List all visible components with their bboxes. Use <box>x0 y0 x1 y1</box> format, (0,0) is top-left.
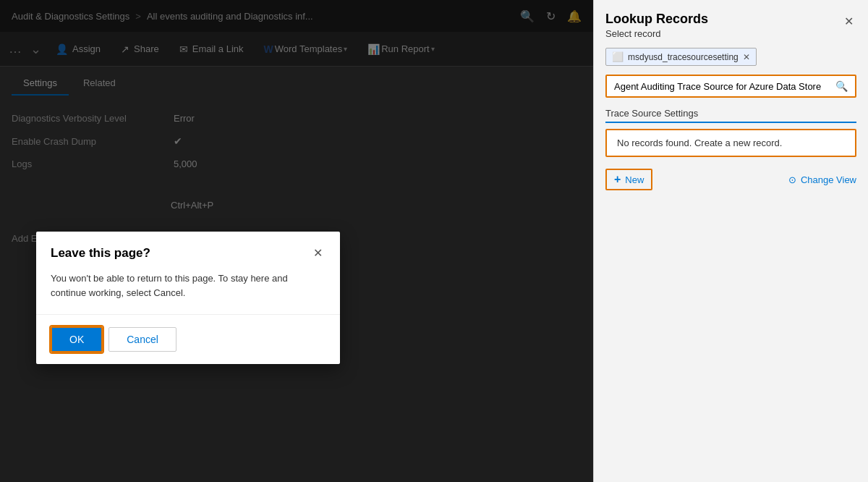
dialog-cancel-button[interactable]: Cancel <box>109 327 176 352</box>
plus-icon: + <box>614 173 621 186</box>
lookup-panel: Lookup Records Select record ✕ ⬜ msdyusd… <box>593 0 868 482</box>
tag-label: msdyusd_tracesourcesetting <box>628 52 739 62</box>
dialog-ok-button[interactable]: OK <box>51 326 103 352</box>
dialog-close-button[interactable]: ✕ <box>310 243 326 263</box>
lookup-search-wrap: 🔍 <box>594 72 868 103</box>
lookup-search-input[interactable] <box>614 81 830 92</box>
lookup-close-button[interactable]: ✕ <box>841 12 856 31</box>
lookup-tag: ⬜ msdyusd_tracesourcesetting ✕ <box>605 48 757 66</box>
lookup-title: Lookup Records <box>605 12 708 27</box>
lookup-search-box: 🔍 <box>605 75 856 98</box>
lookup-actions-row: + New ⊙ Change View <box>594 163 868 196</box>
tag-entity-icon: ⬜ <box>612 51 624 62</box>
lookup-section-label: Trace Source Settings <box>594 103 868 122</box>
lookup-title-block: Lookup Records Select record <box>605 12 708 39</box>
lookup-new-button[interactable]: + New <box>605 169 652 190</box>
lookup-subtitle: Select record <box>605 28 708 39</box>
lookup-section-divider <box>605 122 856 123</box>
lookup-tag-row: ⬜ msdyusd_tracesourcesetting ✕ <box>594 42 868 72</box>
dialog-footer: OK Cancel <box>36 314 340 364</box>
lookup-header: Lookup Records Select record ✕ <box>594 0 868 42</box>
dialog-header: Leave this page? ✕ <box>36 232 340 271</box>
dialog-title: Leave this page? <box>51 246 150 261</box>
change-view-button[interactable]: ⊙ Change View <box>788 174 856 185</box>
leave-page-dialog: Leave this page? ✕ You won't be able to … <box>36 232 340 364</box>
no-records-message: No records found. Create a new record. <box>605 129 856 157</box>
lookup-search-icon[interactable]: 🔍 <box>835 80 848 92</box>
tag-remove-button[interactable]: ✕ <box>743 52 750 62</box>
dialog-body: You won't be able to return to this page… <box>36 271 340 314</box>
view-icon: ⊙ <box>788 174 796 185</box>
